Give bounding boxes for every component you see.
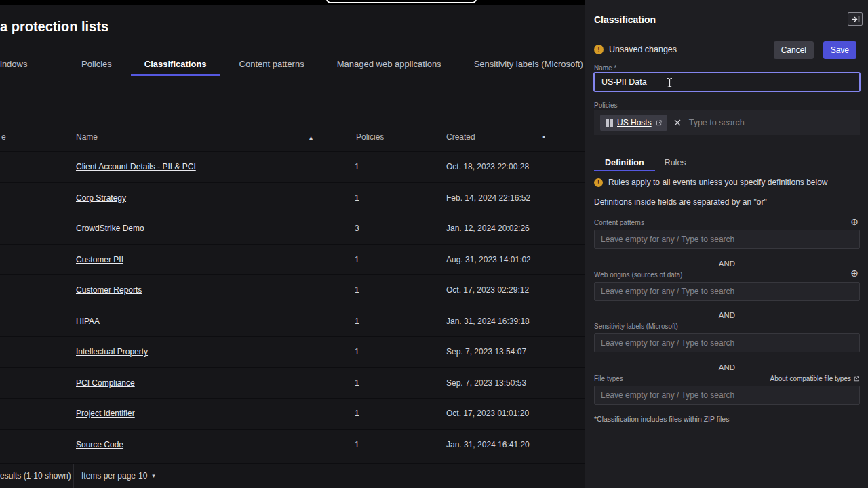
compatible-file-types-link[interactable]: About compatible file types	[770, 375, 859, 382]
name-input[interactable]	[594, 73, 860, 92]
web-origins-label: Web origins (sources of data)	[594, 271, 682, 279]
policy-chip[interactable]: US Hosts	[600, 115, 667, 131]
tab-sensitivity-labels[interactable]: Sensitivity labels (Microsoft)	[474, 59, 583, 69]
created-date: Sep. 7, 2023 13:54:07	[446, 347, 526, 357]
tab-policies[interactable]: Policies	[81, 59, 112, 69]
column-mode[interactable]: e	[1, 132, 6, 142]
tab-windows[interactable]: indows	[0, 59, 49, 69]
tab-content-patterns[interactable]: Content patterns	[239, 59, 304, 69]
table-row: HIPAA 1 Jan. 31, 2024 16:39:18	[0, 306, 585, 338]
and-separator: AND	[594, 260, 860, 268]
sort-asc-icon[interactable]: ▴	[309, 133, 313, 140]
classification-link[interactable]: CrowdStrike Demo	[76, 224, 144, 233]
external-link-icon	[656, 120, 662, 126]
classification-link[interactable]: Customer Reports	[76, 285, 142, 295]
column-name[interactable]: Name	[76, 132, 98, 142]
footer-divider	[73, 464, 74, 488]
table-row: Project Identifier 1 Oct. 17, 2023 01:01…	[0, 399, 585, 430]
tab-rules[interactable]: Rules	[665, 155, 686, 171]
table-row: Intellectual Property 1 Sep. 7, 2023 13:…	[0, 337, 585, 368]
rules-note-text: Rules apply to all events unless you spe…	[608, 178, 828, 187]
policy-chip-label: US Hosts	[617, 118, 652, 127]
warning-icon: !	[594, 45, 604, 54]
sort-down-caret: ▾	[542, 135, 545, 139]
table-row: Client Account Details - PII & PCI 1 Oct…	[0, 152, 585, 183]
classification-link[interactable]: Client Account Details - PII & PCI	[76, 162, 196, 171]
table-row: Source Code 1 Jan. 31, 2024 16:41:20	[0, 430, 585, 461]
column-created[interactable]: Created	[446, 132, 475, 142]
tab-definition[interactable]: Definition	[605, 155, 644, 171]
created-date: Oct. 17, 2023 02:29:12	[446, 285, 529, 295]
cancel-button[interactable]: Cancel	[774, 41, 814, 59]
created-date: Oct. 17, 2023 01:01:20	[446, 409, 529, 418]
items-per-page-value: 10	[138, 471, 147, 481]
screen: a protection lists indows Policies Class…	[0, 0, 868, 488]
classification-link[interactable]: Source Code	[76, 440, 123, 449]
or-note: Definitions inside fields are separated …	[594, 197, 767, 207]
add-content-pattern-icon[interactable]: ⊕	[850, 217, 859, 226]
file-types-input[interactable]	[594, 386, 860, 405]
zip-footnote: *Classification includes files within ZI…	[594, 415, 729, 423]
classification-link[interactable]: Project Identifier	[76, 409, 135, 418]
name-label: Name *	[594, 64, 616, 72]
and-separator: AND	[594, 363, 860, 371]
table-header: e Name ▴ Policies Created ▴▾	[0, 122, 585, 152]
unsaved-changes: ! Unsaved changes	[594, 45, 677, 54]
page-title: a protection lists	[0, 19, 108, 35]
table-body: Client Account Details - PII & PCI 1 Oct…	[0, 152, 585, 460]
sensitivity-labels-input[interactable]	[594, 333, 860, 352]
classification-link[interactable]: Customer PII	[76, 255, 123, 264]
items-per-page-select[interactable]: 10 ▾	[138, 471, 155, 481]
compatible-file-types-link-text: About compatible file types	[770, 375, 851, 382]
policies-count: 1	[355, 440, 359, 449]
classification-link[interactable]: PCI Compliance	[76, 378, 135, 388]
policies-search-placeholder[interactable]: Type to search	[689, 118, 745, 127]
content-patterns-input[interactable]	[594, 230, 860, 249]
policies-count: 1	[355, 317, 359, 326]
panel-title: Classification	[594, 14, 656, 25]
classification-link[interactable]: Intellectual Property	[76, 347, 148, 357]
table-row: Customer PII 1 Aug. 31, 2023 14:01:02	[0, 245, 585, 276]
policies-count: 1	[355, 409, 359, 418]
policies-count: 1	[355, 347, 359, 357]
policies-label: Policies	[594, 102, 617, 109]
items-per-page-label: Items per page	[81, 471, 136, 481]
results-count: esults (1-10 shown)	[0, 471, 71, 481]
warning-icon: !	[594, 178, 603, 187]
tab-managed-web-applications[interactable]: Managed web applications	[337, 59, 441, 69]
created-date: Oct. 18, 2023 22:00:28	[446, 162, 529, 171]
panel-tabs: Definition Rules	[594, 155, 860, 171]
created-date: Jan. 31, 2024 16:39:18	[446, 317, 530, 326]
unsaved-changes-label: Unsaved changes	[609, 45, 677, 54]
file-types-label: File types	[594, 375, 623, 382]
collapse-panel-icon[interactable]	[848, 12, 863, 26]
policies-count: 1	[355, 193, 359, 203]
column-policies[interactable]: Policies	[356, 132, 384, 142]
created-date: Sep. 7, 2023 13:50:53	[446, 378, 526, 388]
external-link-icon	[854, 376, 859, 382]
policies-count: 3	[355, 224, 359, 233]
table-footer: esults (1-10 shown) Items per page 10 ▾	[0, 463, 585, 488]
remove-chip-icon[interactable]	[674, 119, 681, 126]
policies-count: 1	[355, 255, 359, 264]
add-web-origin-icon[interactable]: ⊕	[850, 268, 859, 278]
omnibox-fragment	[326, 0, 477, 3]
policies-count: 1	[355, 285, 359, 295]
created-date: Feb. 14, 2024 22:16:52	[446, 193, 530, 203]
web-origins-input[interactable]	[594, 282, 860, 301]
policies-field[interactable]: US Hosts Type to search	[594, 110, 860, 135]
save-button[interactable]: Save	[823, 41, 856, 59]
classification-link[interactable]: HIPAA	[76, 317, 100, 326]
table-row: PCI Compliance 1 Sep. 7, 2023 13:50:53	[0, 368, 585, 399]
main-area: a protection lists indows Policies Class…	[0, 5, 585, 488]
tab-classifications[interactable]: Classifications	[144, 59, 207, 69]
created-date: Jan. 31, 2024 16:41:20	[446, 440, 530, 449]
policies-count: 1	[355, 378, 359, 388]
table-row: CrowdStrike Demo 3 Jan. 12, 2024 20:02:2…	[0, 214, 585, 245]
classification-panel: Classification ! Unsaved changes Cancel …	[585, 0, 868, 488]
created-date: Jan. 12, 2024 20:02:26	[446, 224, 530, 233]
table-row: Corp Strategy 1 Feb. 14, 2024 22:16:52	[0, 183, 585, 214]
main-tabs: indows Policies Classifications Content …	[0, 53, 583, 75]
classification-link[interactable]: Corp Strategy	[76, 193, 126, 203]
created-date: Aug. 31, 2023 14:01:02	[446, 255, 531, 264]
